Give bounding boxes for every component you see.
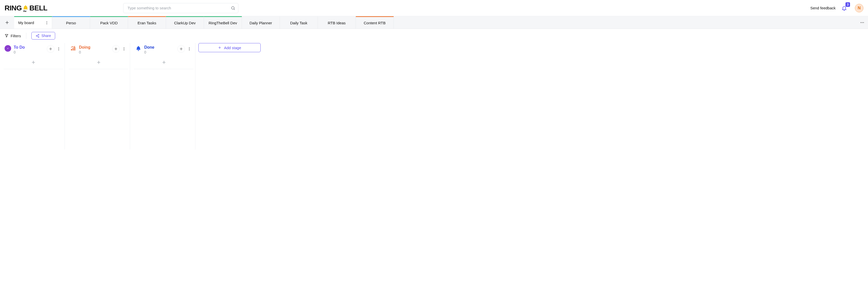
stage-title: To Do xyxy=(14,45,44,50)
stage-header-actions xyxy=(112,45,128,53)
stage-separator xyxy=(69,69,128,69)
board-tab-label: My board xyxy=(18,21,34,25)
stage-header: Doing0 xyxy=(68,43,129,56)
board-tab[interactable]: Daily Task xyxy=(280,16,318,29)
plus-icon xyxy=(162,60,166,64)
dots-vertical-icon xyxy=(122,47,126,51)
board-tab[interactable]: Pack VDD xyxy=(90,16,128,29)
dots-vertical-icon xyxy=(57,47,61,51)
board-tab-label: Daily Task xyxy=(290,21,307,25)
add-stage-button[interactable]: Add stage xyxy=(198,43,261,52)
svg-point-9 xyxy=(863,22,864,23)
board-tab-label: Pack VDD xyxy=(100,21,118,25)
share-button[interactable]: Share xyxy=(31,32,55,39)
filter-icon xyxy=(5,34,9,38)
share-icon xyxy=(36,34,39,38)
svg-point-36 xyxy=(189,49,190,49)
svg-point-35 xyxy=(189,47,190,48)
plus-icon xyxy=(49,47,53,51)
stage-title: Doing xyxy=(79,45,110,50)
board-tab[interactable]: ClarkUp Dev xyxy=(166,16,204,29)
svg-point-12 xyxy=(38,36,39,37)
svg-rect-23 xyxy=(71,49,72,50)
board-toolbar: Filters Share xyxy=(0,29,868,41)
send-feedback-link[interactable]: Send feedback xyxy=(810,6,836,10)
stage-menu-button[interactable] xyxy=(120,45,128,53)
board-tab-label: Eran Tasks xyxy=(138,21,156,25)
add-card-button[interactable] xyxy=(160,58,168,66)
stage-menu-button[interactable] xyxy=(185,45,193,53)
board-tab-label: ClarkUp Dev xyxy=(174,21,196,25)
stage-add-button[interactable] xyxy=(47,45,54,53)
stage-column: Doing0 xyxy=(68,43,130,149)
add-board-button[interactable] xyxy=(0,16,14,29)
search-input[interactable] xyxy=(123,3,238,13)
logo-text-bell: BELL xyxy=(29,4,47,12)
svg-point-29 xyxy=(124,49,125,49)
svg-point-4 xyxy=(46,21,47,22)
board-tab[interactable]: My board xyxy=(14,16,52,29)
svg-point-30 xyxy=(124,50,125,50)
svg-point-11 xyxy=(36,35,37,36)
avatar[interactable]: N xyxy=(855,4,863,12)
board-tab[interactable]: RingTheBell Dev xyxy=(204,16,242,29)
board-tab-label: Daily Planner xyxy=(250,21,272,25)
stage-icon xyxy=(5,45,11,52)
add-card-button[interactable] xyxy=(29,58,37,66)
svg-point-0 xyxy=(231,7,234,9)
svg-point-19 xyxy=(58,49,59,49)
board-tab[interactable]: Daily Planner xyxy=(242,16,280,29)
filters-button[interactable]: Filters xyxy=(5,34,21,38)
stage-add-button[interactable] xyxy=(177,45,185,53)
stage-title: Done xyxy=(144,45,175,50)
stage-title-wrap: Done0 xyxy=(144,45,175,54)
svg-rect-25 xyxy=(74,47,75,51)
stage-count: 0 xyxy=(79,50,110,54)
plus-icon xyxy=(114,47,118,51)
logo[interactable]: RINGtheBELL xyxy=(5,4,47,12)
stage-header: To Do0 xyxy=(3,43,64,56)
board-tab[interactable]: RTB Ideas xyxy=(318,16,356,29)
board-tabs: My boardPersoPack VDDEran TasksClarkUp D… xyxy=(0,16,868,29)
plus-icon xyxy=(96,60,101,64)
svg-line-14 xyxy=(37,36,38,37)
stage-icon xyxy=(135,45,142,52)
board-tab[interactable]: Eran Tasks xyxy=(128,16,166,29)
svg-point-8 xyxy=(862,22,863,23)
plus-icon xyxy=(31,60,36,64)
board-tab-label: Content RTB xyxy=(364,21,385,25)
svg-line-13 xyxy=(37,35,38,36)
notifications-button[interactable]: 3 xyxy=(841,5,848,12)
tabs-overflow-button[interactable] xyxy=(858,16,866,29)
board-tab-menu-button[interactable] xyxy=(44,20,50,26)
stage-add-button[interactable] xyxy=(112,45,120,53)
share-label: Share xyxy=(41,34,51,38)
notification-count-badge: 3 xyxy=(845,2,850,7)
stage-column: To Do0 xyxy=(3,43,65,149)
filters-label: Filters xyxy=(11,34,21,38)
stage-menu-button[interactable] xyxy=(55,45,63,53)
add-card-button[interactable] xyxy=(95,58,103,66)
search-icon[interactable] xyxy=(231,6,235,10)
dots-vertical-icon xyxy=(45,21,49,25)
svg-rect-24 xyxy=(73,48,74,50)
board-tab[interactable]: Content RTB xyxy=(356,16,394,29)
svg-point-10 xyxy=(38,34,39,35)
dots-vertical-icon xyxy=(187,47,191,51)
svg-point-5 xyxy=(46,22,47,23)
plus-icon xyxy=(218,46,221,49)
stage-title-wrap: To Do0 xyxy=(14,45,44,54)
stage-icon xyxy=(70,45,76,52)
stage-separator xyxy=(134,69,194,69)
logo-text-the: the xyxy=(23,10,26,12)
stage-title-wrap: Doing0 xyxy=(79,45,110,54)
board-tab-label: RingTheBell Dev xyxy=(209,21,237,25)
plus-icon xyxy=(5,20,9,25)
board-tab[interactable]: Perso xyxy=(52,16,90,29)
kanban-board: To Do0Doing0Done0Add stage xyxy=(0,41,868,299)
stage-header-actions xyxy=(47,45,63,53)
svg-point-18 xyxy=(58,47,59,48)
svg-point-20 xyxy=(58,50,59,50)
stage-count: 0 xyxy=(14,50,44,54)
dots-horizontal-icon xyxy=(860,20,864,25)
